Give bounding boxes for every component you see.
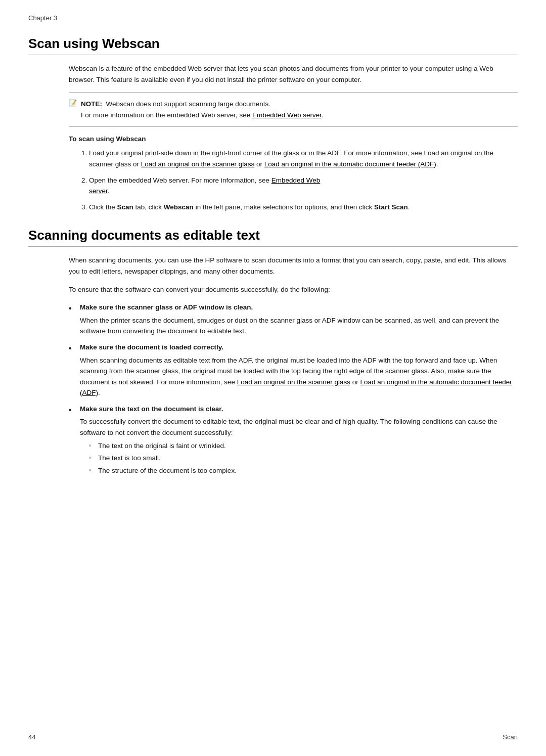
load-original-adf-link[interactable]: Load an original in the automatic docume… — [264, 160, 436, 168]
section1-title: Scan using Webscan — [28, 36, 518, 55]
bullet3-title: Make sure the text on the document is cl… — [80, 405, 223, 413]
start-scan-bold: Start Scan — [374, 203, 408, 211]
section2-intro1: When scanning documents, you can use the… — [69, 255, 518, 277]
bullet-list: Make sure the scanner glass or ADF windo… — [69, 302, 518, 476]
note-icon: 📝 — [69, 99, 77, 107]
step-3: Click the Scan tab, click Webscan in the… — [89, 202, 518, 213]
step-2: Open the embedded Web server. For more i… — [89, 175, 518, 197]
webscan-bold: Webscan — [164, 203, 194, 211]
note-link-prefix: For more information on the embedded Web… — [81, 111, 252, 119]
embedded-web-server-link2[interactable]: Embedded Webserver — [89, 176, 320, 195]
bullet-item-1: Make sure the scanner glass or ADF windo… — [69, 302, 518, 337]
chapter-label: Chapter 3 — [28, 14, 518, 22]
sub-bullet-list: The text on the original is faint or wri… — [89, 440, 518, 476]
sub-bullet-2: The text is too small. — [89, 453, 518, 464]
step-1: Load your original print-side down in th… — [89, 148, 518, 169]
sub-bullet-3: The structure of the document is too com… — [89, 465, 518, 476]
bullet1-title: Make sure the scanner glass or ADF windo… — [80, 303, 253, 311]
note-label: NOTE: — [81, 100, 102, 108]
step2-text: Open the embedded Web server. For more i… — [89, 176, 320, 195]
note-link-suffix: . — [322, 111, 324, 119]
note-box: 📝 NOTE: Webscan does not support scannin… — [69, 99, 518, 120]
bullet2-body: When scanning documents as editable text… — [80, 355, 518, 398]
page-number: 44 — [28, 733, 35, 741]
divider1 — [69, 92, 518, 93]
step3-text: Click the Scan tab, click Webscan in the… — [89, 203, 410, 211]
section1-intro: Webscan is a feature of the embedded Web… — [69, 63, 518, 85]
section2-title: Scanning documents as editable text — [28, 228, 518, 247]
note-text: Webscan does not support scanning large … — [106, 100, 270, 108]
bullet1-body: When the printer scans the document, smu… — [80, 315, 518, 337]
scan-bold: Scan — [117, 203, 133, 211]
steps-list: Load your original print-side down in th… — [79, 148, 518, 212]
footer-label: Scan — [503, 733, 518, 741]
bullet3-body: To successfully convert the document to … — [80, 416, 518, 476]
load-original-glass-link2[interactable]: Load an original on the scanner glass — [237, 378, 350, 386]
bullet-item-2: Make sure the document is loaded correct… — [69, 342, 518, 398]
note-content: NOTE: Webscan does not support scanning … — [81, 99, 324, 120]
sub-bullet-1: The text on the original is faint or wri… — [89, 440, 518, 452]
section2-intro2: To ensure that the software can convert … — [69, 284, 518, 295]
embedded-web-server-link1[interactable]: Embedded Web server — [252, 111, 322, 119]
subsection-title: To scan using Webscan — [69, 135, 518, 143]
step1-text: Load your original print-side down in th… — [89, 149, 493, 168]
bullet2-title: Make sure the document is loaded correct… — [80, 343, 223, 351]
divider2 — [69, 126, 518, 127]
load-original-glass-link[interactable]: Load an original on the scanner glass — [141, 160, 254, 168]
footer: 44 Scan — [28, 733, 518, 741]
bullet-item-3: Make sure the text on the document is cl… — [69, 404, 518, 476]
